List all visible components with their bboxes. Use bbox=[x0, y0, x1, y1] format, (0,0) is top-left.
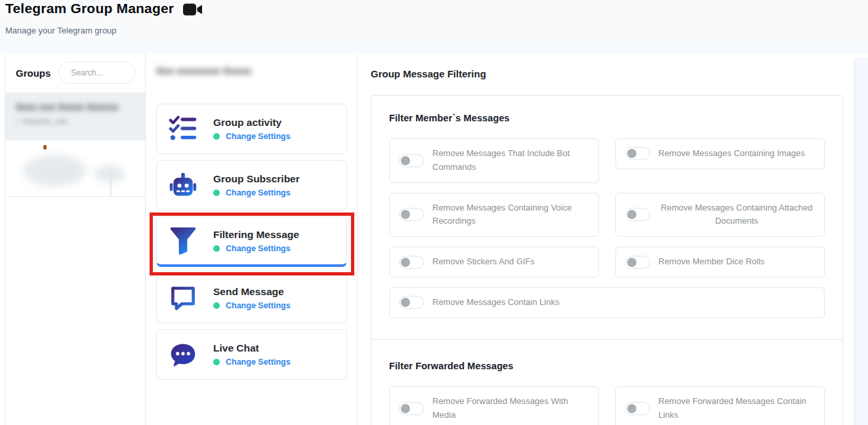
toggle-switch[interactable] bbox=[625, 402, 650, 415]
filter-section: Filter Member`s Messages Remove Messages… bbox=[389, 113, 825, 339]
toggle-switch[interactable] bbox=[399, 208, 424, 221]
menu-item-group-activity[interactable]: Group activity Change Settings bbox=[156, 104, 347, 154]
groups-sidebar: Groups Xxxx xxx Xxxxx Xxxxxx ~ Xxxxxxx_x… bbox=[5, 53, 146, 425]
toggle-switch[interactable] bbox=[399, 296, 424, 309]
status-dot-icon bbox=[213, 302, 220, 309]
toggle-label: Remove Stickers And GIFs bbox=[432, 255, 589, 269]
settings-menu-column: Xxx xxxxxxxx Xxxxx Group activity Change… bbox=[146, 53, 358, 425]
menu-item-title: Group activity bbox=[213, 117, 291, 129]
menu-item-send-message[interactable]: Send Message Change Settings bbox=[156, 273, 347, 323]
menu-item-title: Group Subscriber bbox=[213, 173, 300, 185]
group-list-item-selected[interactable]: Xxxx xxx Xxxxx Xxxxxx ~ Xxxxxxx_xxx bbox=[5, 92, 145, 140]
toggle-knob bbox=[401, 298, 410, 307]
change-settings-link[interactable]: Change Settings bbox=[226, 132, 291, 141]
toggle-label: Remove Forwarded Messages With Media bbox=[432, 395, 589, 422]
toggle-knob bbox=[401, 404, 410, 413]
blurred-content bbox=[110, 167, 112, 197]
toggle-row: Remove Messages Containing Voice Recordi… bbox=[389, 193, 599, 237]
toggle-knob bbox=[627, 258, 636, 267]
groups-title: Groups bbox=[16, 68, 51, 79]
message-icon bbox=[169, 284, 197, 313]
toggle-switch[interactable] bbox=[625, 208, 650, 221]
status-dot-icon bbox=[213, 359, 220, 365]
filter-settings-card: Filter Member`s Messages Remove Messages… bbox=[371, 95, 843, 425]
group-list-item-blurred[interactable] bbox=[5, 140, 145, 197]
toggle-label: Remove Messages Containing Voice Recordi… bbox=[432, 201, 589, 229]
toggle-label: Remove Messages Containing Attached Docu… bbox=[659, 201, 816, 229]
telegram-group-manager-app: Telegram Group Manager Manage your Teleg… bbox=[0, 0, 868, 425]
funnel-icon bbox=[169, 226, 197, 255]
filter-section: Filter Forwarded Messages Remove Forward… bbox=[389, 361, 825, 425]
blurred-content bbox=[24, 155, 86, 186]
toggle-switch[interactable] bbox=[625, 256, 650, 269]
change-settings-link[interactable]: Change Settings bbox=[226, 301, 291, 310]
toggle-row: Remove Messages That Include Bot Command… bbox=[389, 138, 599, 183]
toggle-knob bbox=[401, 210, 410, 219]
toggle-row: Remove Messages Contain Links bbox=[389, 287, 825, 318]
menu-item-filtering-message[interactable]: Filtering Message Change Settings bbox=[156, 216, 347, 267]
app-header: Telegram Group Manager Manage your Teleg… bbox=[0, 0, 868, 53]
menu-item-live-chat[interactable]: Live Chat Change Settings bbox=[156, 329, 347, 380]
toggle-switch[interactable] bbox=[399, 402, 424, 415]
menu-header-redacted: Xxx xxxxxxxx Xxxxx bbox=[156, 62, 347, 79]
status-dot-icon bbox=[213, 245, 220, 252]
robot-icon bbox=[169, 171, 197, 200]
section-heading: Filter Forwarded Messages bbox=[389, 361, 825, 371]
change-settings-link[interactable]: Change Settings bbox=[226, 244, 291, 253]
toggle-label: Remove Messages Containing Images bbox=[659, 147, 816, 161]
toggle-switch[interactable] bbox=[399, 256, 424, 269]
toggle-row: Remove Messages Containing Images bbox=[615, 138, 825, 169]
video-camera-icon bbox=[183, 3, 203, 16]
toggle-label: Remove Messages Contain Links bbox=[432, 296, 815, 310]
menu-item-title: Live Chat bbox=[213, 342, 291, 354]
app-subtitle: Manage your Telegram group bbox=[5, 26, 117, 35]
scrollbar-track[interactable] bbox=[854, 58, 868, 425]
toggle-switch[interactable] bbox=[399, 154, 424, 167]
toggle-knob bbox=[401, 258, 410, 267]
group-bot-redacted: ~ Xxxxxxx_xxx bbox=[16, 117, 134, 126]
toggle-knob bbox=[627, 404, 636, 413]
toggle-knob bbox=[627, 210, 636, 219]
header-strip bbox=[0, 45, 868, 53]
toggle-knob bbox=[401, 156, 410, 165]
group-name-redacted: Xxxx xxx Xxxxx Xxxxxx bbox=[16, 102, 134, 112]
main-panel: Group Message Filtering Filter Member`s … bbox=[358, 53, 854, 425]
menu-item-title: Send Message bbox=[213, 286, 291, 298]
status-dot-icon bbox=[213, 133, 220, 140]
change-settings-link[interactable]: Change Settings bbox=[226, 188, 291, 197]
toggle-knob bbox=[627, 149, 636, 158]
menu-item-title: Filtering Message bbox=[213, 229, 299, 241]
menu-item-group-subscriber[interactable]: Group Subscriber Change Settings bbox=[156, 160, 347, 211]
status-dot-icon bbox=[213, 190, 220, 196]
chat-icon bbox=[169, 340, 197, 369]
toggle-label: Remove Forwarded Messages Contain Links bbox=[659, 395, 816, 422]
toggle-row: Remove Forwarded Messages With Media bbox=[389, 386, 599, 425]
toggle-row: Remove Messages Containing Attached Docu… bbox=[615, 193, 825, 237]
toggle-row: Remove Stickers And GIFs bbox=[389, 247, 599, 277]
toggle-label: Remove Member Dice Rolls bbox=[659, 255, 816, 269]
page-title: Group Message Filtering bbox=[371, 68, 843, 79]
checklist-icon bbox=[169, 115, 197, 144]
toggle-switch[interactable] bbox=[625, 147, 650, 160]
toggle-row: Remove Member Dice Rolls bbox=[615, 247, 825, 277]
search-input[interactable] bbox=[58, 62, 135, 84]
toggle-label: Remove Messages That Include Bot Command… bbox=[432, 147, 589, 174]
toggle-row: Remove Forwarded Messages Contain Links bbox=[615, 386, 825, 425]
app-title: Telegram Group Manager bbox=[5, 1, 174, 16]
section-heading: Filter Member`s Messages bbox=[389, 113, 825, 123]
change-settings-link[interactable]: Change Settings bbox=[226, 357, 291, 367]
section-divider bbox=[371, 339, 842, 340]
blurred-content bbox=[43, 145, 47, 150]
blurred-content bbox=[94, 165, 125, 182]
